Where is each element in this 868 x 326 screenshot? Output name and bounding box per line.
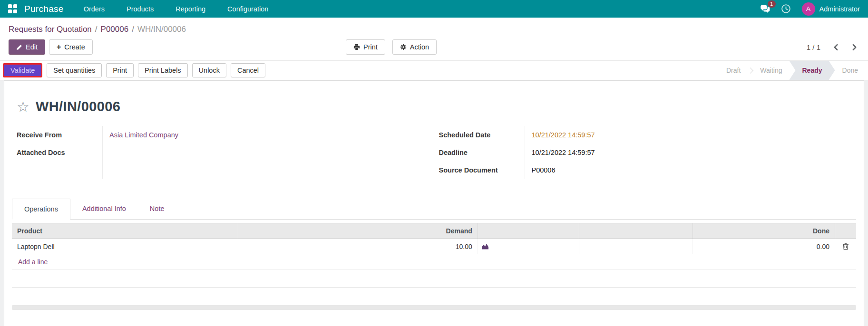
operations-table: Product Demand Done Laptopn Dell 10.00 0… bbox=[12, 223, 856, 310]
action-menu-button[interactable]: Action bbox=[392, 39, 437, 55]
message-count-badge: 1 bbox=[768, 0, 776, 8]
attached-docs-label: Attached Docs bbox=[17, 144, 102, 161]
breadcrumb: Requests for Quotation/P00006/WH/IN/0000… bbox=[0, 18, 868, 37]
state-pipeline: Draft Waiting Ready Done bbox=[719, 61, 865, 80]
cell-product: Laptopn Dell bbox=[12, 239, 238, 254]
tab-note[interactable]: Note bbox=[138, 199, 176, 219]
app-name[interactable]: Purchase bbox=[24, 4, 64, 14]
deadline-value: 10/21/2022 14:59:57 bbox=[525, 144, 857, 161]
edit-button[interactable]: Edit bbox=[9, 39, 45, 55]
systray: 1 A Administrator bbox=[760, 2, 860, 16]
notebook-tabs: Operations Additional Info Note bbox=[12, 199, 856, 220]
scheduled-date-label: Scheduled Date bbox=[439, 126, 525, 144]
column-header-product: Product bbox=[12, 223, 238, 239]
print-menu-button[interactable]: Print bbox=[346, 39, 385, 55]
activities-clock-icon[interactable] bbox=[781, 4, 791, 14]
print-button[interactable]: Print bbox=[106, 63, 134, 77]
table-row[interactable]: Laptopn Dell 10.00 0.00 bbox=[12, 239, 856, 254]
cell-done: 0.00 bbox=[693, 239, 835, 254]
menu-reporting[interactable]: Reporting bbox=[176, 5, 205, 13]
menu-orders[interactable]: Orders bbox=[84, 5, 105, 13]
empty-table-space bbox=[12, 270, 856, 288]
deadline-label: Deadline bbox=[439, 144, 525, 161]
breadcrumb-current: WH/IN/00006 bbox=[137, 25, 186, 34]
cell-demand: 10.00 bbox=[238, 239, 478, 254]
source-document-value: P00006 bbox=[525, 161, 857, 179]
state-done[interactable]: Done bbox=[835, 61, 865, 80]
content-area: ☆ WH/IN/00006 Receive From Asia Limited … bbox=[0, 80, 868, 326]
create-button[interactable]: + Create bbox=[49, 39, 93, 55]
state-ready[interactable]: Ready bbox=[790, 61, 835, 80]
user-name: Administrator bbox=[819, 5, 860, 13]
breadcrumb-rfq-link[interactable]: Requests for Quotation bbox=[9, 25, 92, 34]
messages-icon[interactable]: 1 bbox=[760, 4, 770, 14]
breadcrumb-separator: / bbox=[95, 25, 98, 34]
gear-icon bbox=[400, 44, 407, 50]
control-panel: Edit + Create Print bbox=[0, 37, 868, 60]
column-header-done: Done bbox=[693, 223, 835, 239]
right-field-group: Scheduled Date 10/21/2022 14:59:57 Deadl… bbox=[439, 126, 857, 179]
pager-previous-button[interactable] bbox=[833, 44, 839, 51]
plus-icon: + bbox=[57, 43, 61, 51]
source-document-label: Source Document bbox=[439, 161, 525, 179]
receive-from-value[interactable]: Asia Limited Company bbox=[109, 131, 178, 139]
table-header-row: Product Demand Done bbox=[12, 223, 856, 239]
set-quantities-button[interactable]: Set quantities bbox=[47, 63, 102, 77]
printer-icon bbox=[353, 44, 360, 50]
avatar: A bbox=[802, 2, 815, 16]
column-header-demand: Demand bbox=[238, 223, 478, 239]
main-menu: Orders Products Reporting Configuration bbox=[84, 5, 269, 13]
pager-counter: 1 / 1 bbox=[807, 43, 820, 51]
cancel-button[interactable]: Cancel bbox=[231, 63, 265, 77]
top-navbar: Purchase Orders Products Reporting Confi… bbox=[0, 0, 868, 18]
chevron-separator-icon bbox=[747, 67, 753, 74]
menu-products[interactable]: Products bbox=[127, 5, 154, 13]
statusbar: Validate Set quantities Print Print Labe… bbox=[0, 60, 868, 80]
form-sheet: ☆ WH/IN/00006 Receive From Asia Limited … bbox=[4, 80, 864, 326]
state-waiting[interactable]: Waiting bbox=[753, 61, 789, 80]
receive-from-label: Receive From bbox=[17, 126, 102, 144]
validate-button[interactable]: Validate bbox=[3, 63, 42, 77]
state-draft[interactable]: Draft bbox=[719, 61, 748, 80]
pencil-icon bbox=[16, 44, 22, 50]
attached-docs-value bbox=[102, 144, 437, 161]
breadcrumb-separator: / bbox=[132, 25, 134, 34]
left-field-group: Receive From Asia Limited Company Attach… bbox=[17, 126, 437, 179]
scheduled-date-value: 10/21/2022 14:59:57 bbox=[525, 126, 857, 144]
horizontal-scrollbar[interactable] bbox=[12, 305, 856, 310]
tab-operations[interactable]: Operations bbox=[12, 199, 70, 220]
forecast-chart-icon[interactable] bbox=[478, 239, 579, 254]
tab-additional-info[interactable]: Additional Info bbox=[70, 199, 138, 219]
unlock-button[interactable]: Unlock bbox=[192, 63, 226, 77]
breadcrumb-p00006-link[interactable]: P00006 bbox=[101, 25, 129, 34]
apps-grid-icon[interactable] bbox=[8, 4, 17, 13]
user-menu[interactable]: A Administrator bbox=[802, 2, 860, 16]
delete-row-trash-icon[interactable] bbox=[835, 239, 856, 254]
favorite-star-icon[interactable]: ☆ bbox=[17, 100, 29, 114]
add-a-line-link[interactable]: Add a line bbox=[12, 254, 856, 270]
field-groups: Receive From Asia Limited Company Attach… bbox=[12, 126, 856, 179]
print-labels-button[interactable]: Print Labels bbox=[138, 63, 188, 77]
menu-configuration[interactable]: Configuration bbox=[227, 5, 268, 13]
pager-next-button[interactable] bbox=[851, 44, 858, 51]
record-title: WH/IN/00006 bbox=[36, 99, 120, 115]
